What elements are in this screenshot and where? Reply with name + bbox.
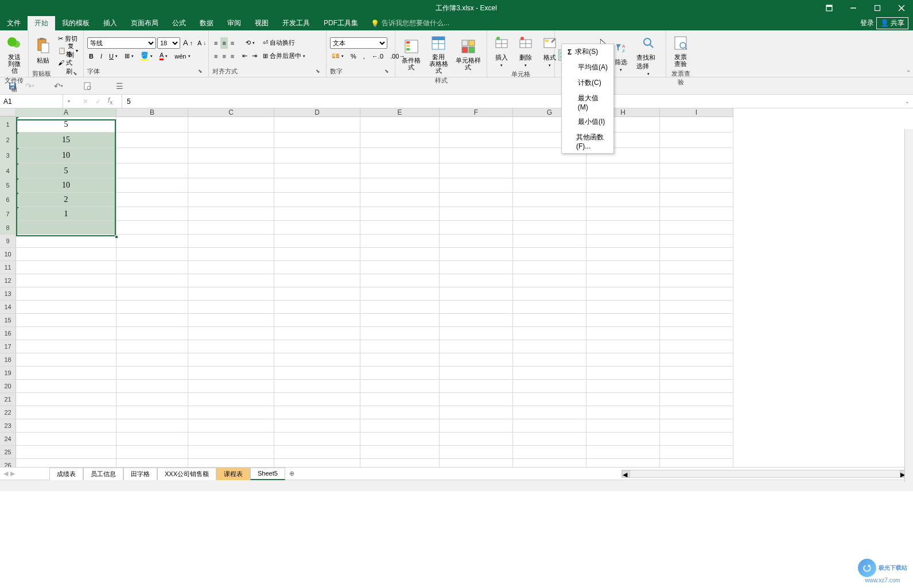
cell-H24[interactable] xyxy=(586,433,660,446)
row-header-23[interactable]: 23 xyxy=(0,419,16,433)
currency-button[interactable]: 💴▾ xyxy=(330,50,345,62)
fill-color-button[interactable]: 🪣▾ xyxy=(139,50,154,62)
cell-D10[interactable] xyxy=(274,248,360,261)
number-format-select[interactable]: 文本 xyxy=(330,37,387,49)
cell-H8[interactable] xyxy=(586,221,660,235)
cell-D5[interactable] xyxy=(274,178,360,193)
cell-G15[interactable] xyxy=(513,314,586,327)
tab-data[interactable]: 数据 xyxy=(193,16,220,30)
cell-I1[interactable] xyxy=(660,117,733,133)
cell-D21[interactable] xyxy=(274,393,360,406)
login-link[interactable]: 登录 xyxy=(860,18,874,28)
cell-B16[interactable] xyxy=(116,327,188,340)
cell-I18[interactable] xyxy=(660,353,733,367)
cell-G18[interactable] xyxy=(513,353,586,367)
row-header-10[interactable]: 10 xyxy=(0,248,16,261)
cell-B7[interactable] xyxy=(116,207,188,221)
row-header-17[interactable]: 17 xyxy=(0,340,16,353)
cell-H11[interactable] xyxy=(586,261,660,274)
sheet-tab-5[interactable]: Sheet5 xyxy=(250,468,285,480)
cell-A22[interactable] xyxy=(16,406,116,419)
cell-C19[interactable] xyxy=(188,367,274,380)
tab-templates[interactable]: 我的模板 xyxy=(55,16,96,30)
cell-D15[interactable] xyxy=(274,314,360,327)
cell-H10[interactable] xyxy=(586,248,660,261)
cell-H6[interactable] xyxy=(586,193,660,207)
cell-B4[interactable] xyxy=(116,163,188,178)
increase-decimal-button[interactable]: ←.0 xyxy=(370,50,385,62)
merge-center-button[interactable]: ⊞合并后居中▾ xyxy=(261,50,307,62)
select-all-corner[interactable] xyxy=(0,108,16,116)
cell-B15[interactable] xyxy=(116,314,188,327)
row-header-16[interactable]: 16 xyxy=(0,327,16,340)
cell-E7[interactable] xyxy=(360,207,440,221)
phonetic-button[interactable]: wén▾ xyxy=(173,50,192,62)
ribbon-display-options[interactable] xyxy=(818,0,841,16)
cell-I7[interactable] xyxy=(660,207,733,221)
col-header-D[interactable]: D xyxy=(274,108,360,116)
row-header-1[interactable]: 1 xyxy=(0,117,16,133)
cell-I10[interactable] xyxy=(660,248,733,261)
tell-me-search[interactable]: 💡 告诉我您想要做什么... xyxy=(371,18,449,28)
col-header-C[interactable]: C xyxy=(188,108,274,116)
cell-G19[interactable] xyxy=(513,367,586,380)
cell-I16[interactable] xyxy=(660,327,733,340)
cell-E25[interactable] xyxy=(360,446,440,459)
cell-I17[interactable] xyxy=(660,340,733,353)
cell-C1[interactable] xyxy=(188,117,274,133)
selection-handle[interactable] xyxy=(115,235,118,239)
cell-G16[interactable] xyxy=(513,327,586,340)
row-header-21[interactable]: 21 xyxy=(0,393,16,406)
cell-I6[interactable] xyxy=(660,193,733,207)
align-bottom-button[interactable]: ≡ xyxy=(229,37,236,49)
cell-G13[interactable] xyxy=(513,287,586,301)
cell-D4[interactable] xyxy=(274,163,360,178)
italic-button[interactable]: I xyxy=(99,50,104,62)
sheet-tab-2[interactable]: 田字格 xyxy=(123,468,157,480)
cell-D17[interactable] xyxy=(274,340,360,353)
cell-G26[interactable] xyxy=(513,459,586,467)
cell-C5[interactable] xyxy=(188,178,274,193)
share-button[interactable]: 👤 共享 xyxy=(876,17,908,29)
cell-B17[interactable] xyxy=(116,340,188,353)
cell-E19[interactable] xyxy=(360,367,440,380)
cell-I15[interactable] xyxy=(660,314,733,327)
cell-I21[interactable] xyxy=(660,393,733,406)
cell-I11[interactable] xyxy=(660,261,733,274)
sheet-nav-prev[interactable]: ◀ xyxy=(3,470,8,477)
cell-A18[interactable] xyxy=(16,353,116,367)
cell-F10[interactable] xyxy=(440,248,513,261)
cell-E15[interactable] xyxy=(360,314,440,327)
cell-G4[interactable] xyxy=(513,163,586,178)
vertical-scrollbar[interactable] xyxy=(904,129,913,482)
cell-B1[interactable] xyxy=(116,117,188,133)
cell-C9[interactable] xyxy=(188,235,274,248)
cell-G7[interactable] xyxy=(513,207,586,221)
cell-E24[interactable] xyxy=(360,433,440,446)
align-center-button[interactable]: ≡ xyxy=(220,50,227,62)
row-header-24[interactable]: 24 xyxy=(0,433,16,446)
percent-button[interactable]: % xyxy=(349,50,358,62)
cell-D7[interactable] xyxy=(274,207,360,221)
cell-G22[interactable] xyxy=(513,406,586,419)
cell-E23[interactable] xyxy=(360,419,440,433)
insert-cells-button[interactable]: 插入▾ xyxy=(491,33,512,69)
invoice-check-button[interactable]: 发票 查验 xyxy=(670,33,691,68)
cell-F1[interactable] xyxy=(440,117,513,133)
tab-dev[interactable]: 开发工具 xyxy=(275,16,317,30)
cell-F12[interactable] xyxy=(440,274,513,287)
cell-H23[interactable] xyxy=(586,419,660,433)
cell-F5[interactable] xyxy=(440,178,513,193)
cell-C14[interactable] xyxy=(188,301,274,314)
cell-B6[interactable] xyxy=(116,193,188,207)
cell-C4[interactable] xyxy=(188,163,274,178)
cell-E4[interactable] xyxy=(360,163,440,178)
cell-G24[interactable] xyxy=(513,433,586,446)
cell-D8[interactable] xyxy=(274,221,360,235)
cell-F19[interactable] xyxy=(440,367,513,380)
cell-H7[interactable] xyxy=(586,207,660,221)
cell-E1[interactable] xyxy=(360,117,440,133)
cell-E10[interactable] xyxy=(360,248,440,261)
cell-G17[interactable] xyxy=(513,340,586,353)
cell-E18[interactable] xyxy=(360,353,440,367)
